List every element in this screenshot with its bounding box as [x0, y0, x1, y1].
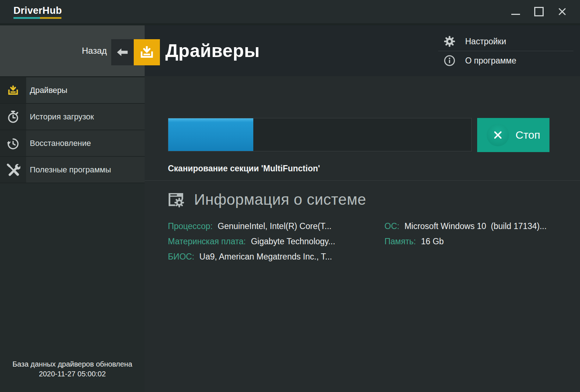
- info-row-bios: БИОС: Ua9, American Megatrends Inc., T..…: [168, 252, 384, 262]
- restore-icon: [6, 136, 20, 151]
- download-history-icon: [6, 110, 20, 124]
- minimize-icon: [511, 14, 520, 15]
- back-arrow-icon: [116, 46, 129, 59]
- info-value: Gigabyte Technology...: [251, 237, 335, 246]
- tools-icon: [6, 163, 20, 177]
- system-info-header: Информация о системе: [167, 191, 366, 208]
- info-row-memory: Память: 16 Gb: [384, 237, 569, 246]
- sidebar-item-label: История загрузок: [26, 104, 145, 130]
- sidebar-item-useful-programs[interactable]: Полезные программы: [0, 157, 145, 183]
- info-value: GenuineIntel, Intel(R) Core(T...: [218, 221, 331, 231]
- sidebar-item-label: Полезные программы: [26, 157, 145, 183]
- app-logo-text: DriverHub: [13, 5, 62, 16]
- gear-icon: [443, 35, 456, 48]
- back-button[interactable]: [111, 39, 134, 65]
- database-updated-timestamp: 2020-11-27 05:00:02: [0, 369, 145, 379]
- system-info-grid: Процессор: GenuineIntel, Intel(R) Core(T…: [168, 221, 569, 262]
- sidebar-item-label: Драйверы: [26, 77, 145, 103]
- titlebar: DriverHub: [0, 0, 580, 25]
- info-label: Память:: [384, 237, 416, 246]
- info-value: 16 Gb: [421, 237, 444, 246]
- scan-progress-bar: [168, 118, 472, 151]
- about-menu-item[interactable]: О программе: [438, 51, 573, 70]
- main-content: Стоп Сканирование секции 'MultiFunction': [145, 76, 580, 392]
- about-label: О программе: [465, 56, 516, 66]
- info-label: БИОС:: [168, 252, 194, 262]
- maximize-button[interactable]: [531, 4, 547, 19]
- stop-button-label: Стоп: [516, 129, 540, 141]
- info-label: ОС:: [384, 221, 399, 231]
- stop-x-icon: [493, 130, 503, 140]
- minimize-button[interactable]: [508, 4, 523, 19]
- section-divider: [145, 180, 580, 181]
- close-button[interactable]: [555, 4, 570, 19]
- scan-status-text: Сканирование секции 'MultiFunction': [168, 164, 320, 173]
- app-logo-underline: [13, 17, 61, 19]
- app-logo: DriverHub: [13, 5, 62, 19]
- info-row-os: ОС: Microsoft Windows 10 (build 17134)..…: [384, 221, 569, 231]
- page-title: Драйверы: [165, 40, 260, 61]
- sidebar-item-restore[interactable]: Восстановление: [0, 130, 145, 157]
- window-controls: [508, 0, 570, 23]
- back-label: Назад: [82, 46, 107, 56]
- database-updated-text: База данных драйверов обновлена: [0, 359, 145, 369]
- drivers-badge-icon: [134, 39, 160, 65]
- drivers-icon: [6, 83, 20, 97]
- stop-button[interactable]: Стоп: [477, 118, 549, 152]
- info-label: Процессор:: [168, 221, 213, 231]
- info-row-cpu: Процессор: GenuineIntel, Intel(R) Core(T…: [168, 221, 384, 231]
- progress-fill: [168, 118, 253, 151]
- close-icon: [558, 7, 567, 16]
- info-icon: [443, 54, 456, 67]
- info-row-motherboard: Материнская плата: Gigabyte Technology..…: [168, 237, 384, 246]
- system-info-icon: [167, 191, 186, 208]
- header: Назад Драйверы: [0, 25, 580, 76]
- driverhub-window: DriverHub Назад: [0, 0, 580, 392]
- sidebar-item-label: Восстановление: [26, 130, 145, 156]
- stop-circle: [487, 124, 509, 146]
- database-updated-note: База данных драйверов обновлена 2020-11-…: [0, 359, 145, 379]
- info-label: Материнская плата:: [168, 237, 246, 246]
- sidebar-item-drivers[interactable]: Драйверы: [0, 77, 145, 104]
- driver-box-icon: [138, 44, 155, 61]
- settings-label: Настройки: [465, 37, 506, 46]
- system-info-title: Информация о системе: [194, 191, 366, 208]
- info-value: Microsoft Windows 10 (build 17134)...: [404, 221, 547, 231]
- maximize-icon: [534, 7, 544, 16]
- sidebar: Драйверы История загрузок: [0, 76, 145, 392]
- info-value: Ua9, American Megatrends Inc., T...: [200, 252, 332, 262]
- header-menu: Настройки О программе: [438, 32, 573, 70]
- settings-menu-item[interactable]: Настройки: [438, 32, 573, 51]
- sidebar-item-download-history[interactable]: История загрузок: [0, 104, 145, 130]
- sidebar-menu: Драйверы История загрузок: [0, 76, 145, 183]
